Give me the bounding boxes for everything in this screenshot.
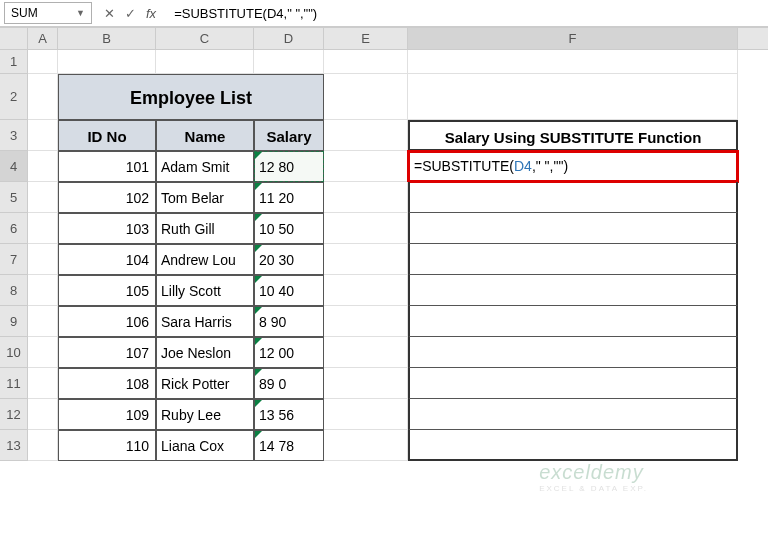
cell[interactable]: [28, 399, 58, 430]
col-header[interactable]: F: [408, 28, 738, 49]
cell[interactable]: 108: [58, 368, 156, 399]
col-header[interactable]: B: [58, 28, 156, 49]
row-header[interactable]: 6: [0, 213, 28, 244]
cell[interactable]: [324, 213, 408, 244]
cell[interactable]: 89 0: [254, 368, 324, 399]
col-header[interactable]: D: [254, 28, 324, 49]
cell[interactable]: [324, 50, 408, 74]
cell[interactable]: 14 78: [254, 430, 324, 461]
cell[interactable]: [408, 244, 738, 275]
cell[interactable]: 12 00: [254, 337, 324, 368]
cell[interactable]: Sara Harris: [156, 306, 254, 337]
cell[interactable]: [408, 399, 738, 430]
cell[interactable]: [324, 430, 408, 461]
cell[interactable]: [324, 74, 408, 120]
cell[interactable]: [324, 337, 408, 368]
row-header[interactable]: 2: [0, 74, 28, 120]
cell[interactable]: [408, 182, 738, 213]
cell[interactable]: 104: [58, 244, 156, 275]
cell[interactable]: 11 20: [254, 182, 324, 213]
cell[interactable]: [324, 244, 408, 275]
cell[interactable]: Andrew Lou: [156, 244, 254, 275]
row-header[interactable]: 11: [0, 368, 28, 399]
cell[interactable]: Liana Cox: [156, 430, 254, 461]
cell[interactable]: Ruth Gill: [156, 213, 254, 244]
row-header[interactable]: 13: [0, 430, 28, 461]
row-header[interactable]: 5: [0, 182, 28, 213]
cell[interactable]: 107: [58, 337, 156, 368]
dropdown-icon[interactable]: ▼: [76, 8, 85, 18]
cell[interactable]: [408, 50, 738, 74]
cell[interactable]: [254, 50, 324, 74]
col-header[interactable]: E: [324, 28, 408, 49]
row-header[interactable]: 3: [0, 120, 28, 151]
cell[interactable]: [28, 120, 58, 151]
row-header[interactable]: 7: [0, 244, 28, 275]
enter-icon[interactable]: ✓: [125, 6, 136, 21]
cell[interactable]: [324, 399, 408, 430]
cell[interactable]: [28, 74, 58, 120]
cell[interactable]: [408, 306, 738, 337]
name-box[interactable]: SUM ▼: [4, 2, 92, 24]
cell[interactable]: 10 40: [254, 275, 324, 306]
row-header[interactable]: 1: [0, 50, 28, 74]
row-header[interactable]: 10: [0, 337, 28, 368]
cell[interactable]: [324, 120, 408, 151]
cell[interactable]: [324, 275, 408, 306]
cell[interactable]: [408, 430, 738, 461]
cell[interactable]: [28, 50, 58, 74]
cell[interactable]: Lilly Scott: [156, 275, 254, 306]
cell[interactable]: [28, 430, 58, 461]
select-all-corner[interactable]: [0, 28, 28, 49]
cell[interactable]: 10 50: [254, 213, 324, 244]
row-header[interactable]: 9: [0, 306, 28, 337]
header-cell[interactable]: Salary Using SUBSTITUTE Function: [408, 120, 738, 151]
cell[interactable]: 12 80: [254, 151, 324, 182]
cell[interactable]: 109: [58, 399, 156, 430]
header-cell[interactable]: Salary: [254, 120, 324, 151]
cell[interactable]: [408, 213, 738, 244]
cell[interactable]: [28, 275, 58, 306]
cell[interactable]: 105: [58, 275, 156, 306]
cell[interactable]: [324, 151, 408, 182]
cell[interactable]: [28, 213, 58, 244]
cell[interactable]: [28, 337, 58, 368]
cell[interactable]: [28, 306, 58, 337]
fx-icon[interactable]: fx: [146, 6, 156, 21]
cell[interactable]: Tom Belar: [156, 182, 254, 213]
row-header[interactable]: 8: [0, 275, 28, 306]
cell[interactable]: Adam Smit: [156, 151, 254, 182]
cell[interactable]: [408, 275, 738, 306]
header-cell[interactable]: Name: [156, 120, 254, 151]
cell[interactable]: 103: [58, 213, 156, 244]
cell[interactable]: [324, 368, 408, 399]
cell[interactable]: Rick Potter: [156, 368, 254, 399]
col-header[interactable]: A: [28, 28, 58, 49]
cell[interactable]: 102: [58, 182, 156, 213]
cell[interactable]: Joe Neslon: [156, 337, 254, 368]
cell[interactable]: [156, 50, 254, 74]
cancel-icon[interactable]: ✕: [104, 6, 115, 21]
cell[interactable]: 110: [58, 430, 156, 461]
formula-input[interactable]: =SUBSTITUTE(D4," ",""): [168, 6, 768, 21]
col-header[interactable]: C: [156, 28, 254, 49]
cell[interactable]: 20 30: [254, 244, 324, 275]
header-cell[interactable]: ID No: [58, 120, 156, 151]
cell[interactable]: 106: [58, 306, 156, 337]
cell[interactable]: [58, 50, 156, 74]
cell[interactable]: [28, 151, 58, 182]
cell[interactable]: 8 90: [254, 306, 324, 337]
row-header[interactable]: 12: [0, 399, 28, 430]
cell[interactable]: 13 56: [254, 399, 324, 430]
cell[interactable]: [408, 368, 738, 399]
row-header[interactable]: 4: [0, 151, 28, 182]
cell[interactable]: [28, 368, 58, 399]
cell[interactable]: [28, 182, 58, 213]
cell[interactable]: [408, 74, 738, 120]
cell[interactable]: Ruby Lee: [156, 399, 254, 430]
cell[interactable]: [324, 182, 408, 213]
cell[interactable]: [408, 337, 738, 368]
active-formula-cell[interactable]: =SUBSTITUTE(D4," ",""): [408, 151, 738, 182]
cell[interactable]: [28, 244, 58, 275]
title-cell[interactable]: Employee List: [58, 74, 324, 120]
